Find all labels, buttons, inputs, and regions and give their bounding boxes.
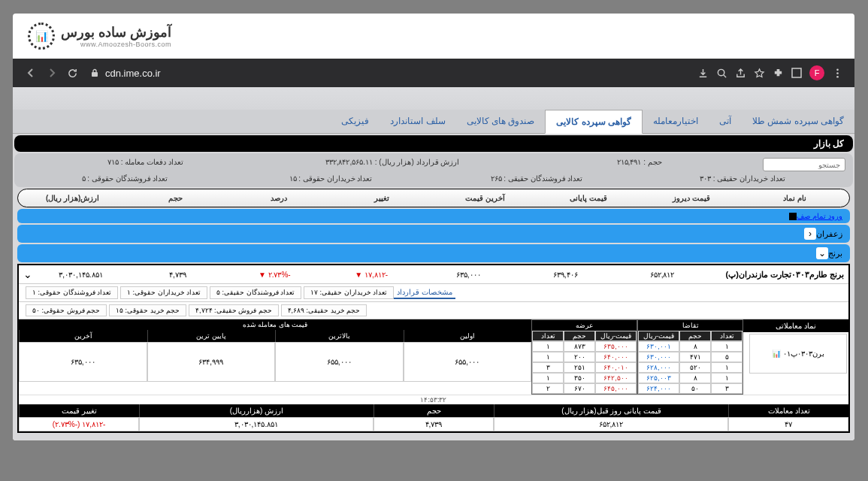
group-strip-rice[interactable]: برنج ⌄ xyxy=(17,244,850,262)
instrument-title: برنج طارم۰۳۰۳تجارت مازندران(پ) xyxy=(726,270,844,280)
stat-real-sellers: تعداد فروشندگان حقیقی : ۲۶۵ xyxy=(434,174,640,183)
prices-header: قیمت های معامله شده xyxy=(19,319,531,330)
stat-legal-sellers: تعداد فروشندگان حقوقی : ۵ xyxy=(22,174,228,183)
spec-link[interactable]: مشخصات قرارداد xyxy=(394,286,455,299)
group-strip-saffron[interactable]: زعفران ‹ xyxy=(17,225,850,243)
order-book: تقاضا تعداد حجم قیمت-ریال ۱۸۶۳۰,۰۰۱۵۴۷۱۶… xyxy=(531,319,743,395)
ask-row: ۶۴۰,۰۱۰۲۵۱۳ xyxy=(532,362,637,373)
menu-icon[interactable] xyxy=(832,68,843,79)
profile-avatar[interactable]: F xyxy=(809,65,824,80)
p-col-first: اولین xyxy=(404,330,532,342)
page-frame: آموزش ساده بورس www.Amoozesh-Boors.com 📊… xyxy=(13,14,854,440)
p-col-low: پایین ترین xyxy=(147,330,276,342)
vol-box: حجم فروش حقوقی: ۵۰ xyxy=(26,304,107,316)
val-vol: ۴,۷۳۹ xyxy=(129,271,226,279)
val-final: ۶۳۹,۴۰۶ xyxy=(517,271,614,279)
chevron-down-icon[interactable]: ⌄ xyxy=(816,247,828,259)
update-time: ۱۴:۵۳:۳۲ xyxy=(19,395,848,404)
vol-box: حجم خرید حقوقی: ۱۵ xyxy=(109,304,186,316)
search-input[interactable] xyxy=(763,158,845,171)
chevron-left-icon[interactable]: ‹ xyxy=(804,228,816,240)
site-logo-area: آموزش ساده بورس www.Amoozesh-Boors.com 📊 xyxy=(13,14,854,59)
back-icon[interactable] xyxy=(25,67,37,79)
col-vol: حجم xyxy=(124,194,227,202)
detail-vols-row: حجم خرید حقیقی: ۴,۶۸۹ حجم فروش حقیقی: ۴,… xyxy=(19,302,848,319)
p-col-last: آخرین xyxy=(19,330,147,342)
address-bar[interactable]: cdn.ime.co.ir xyxy=(90,68,686,79)
tab-futures[interactable]: آتی xyxy=(709,110,742,133)
sum-prev: ۶۵۲,۸۱۲ xyxy=(494,417,728,431)
stat-legal-buyers: تعداد خریداران حقوقی : ۱۵ xyxy=(228,174,434,183)
col-yesterday: قیمت دیروز xyxy=(640,194,743,202)
stat-value: ارزش قرارداد (هزار ریال) : ۳۳۲,۸۴۲,۵۶۵.۱… xyxy=(269,158,516,171)
col-pct: درصد xyxy=(228,194,331,202)
logo-icon: 📊 xyxy=(28,23,55,50)
logo-subtitle: www.Amoozesh-Boors.com xyxy=(61,41,171,48)
p-low: ۶۳۴,۹۹۹ xyxy=(147,342,276,382)
tab-physical[interactable]: فیزیکی xyxy=(331,110,380,133)
p-high: ۶۵۵,۰۰۰ xyxy=(275,342,404,382)
bid-header: تقاضا xyxy=(638,320,742,331)
stat-volume: حجم : ۲۱۵,۴۹۱ xyxy=(516,158,763,171)
tab-salaf[interactable]: سلف استاندارد xyxy=(380,110,455,133)
val-change: -۱۷,۸۱۲ ▼ xyxy=(323,271,420,279)
instrument-detail: برنج طارم۰۳۰۳تجارت مازندران(پ) ۶۵۲,۸۱۲ ۶… xyxy=(17,264,850,433)
tab-funds[interactable]: صندوق های کالایی xyxy=(456,110,546,133)
count-box: تعداد فروشندگان حقوقی: ۱ xyxy=(26,286,118,299)
vol-box: حجم خرید حقیقی: ۴,۶۸۹ xyxy=(281,304,367,316)
column-headers: نام نماد قیمت دیروز قیمت پایانی آخرین قی… xyxy=(17,189,850,207)
svg-point-4 xyxy=(836,72,839,74)
p-last: ۶۳۵,۰۰۰ xyxy=(19,342,147,382)
square-icon xyxy=(789,213,797,220)
forward-icon[interactable] xyxy=(46,67,58,79)
svg-rect-2 xyxy=(792,68,801,77)
bid-row: ۱۸۶۳۰,۰۰۱ xyxy=(638,341,742,352)
all-link[interactable]: ورود تمام صف xyxy=(797,212,842,220)
traded-prices: قیمت های معامله شده اولین بالاترین پایین… xyxy=(19,319,531,382)
main-tabs: گواهی سپرده شمش طلا آتی اختیارمعامله گوا… xyxy=(13,110,854,134)
stat-trades: تعداد دفعات معامله : ۷۱۵ xyxy=(22,158,269,171)
symbol-code[interactable]: برن۰۳۰۳پ۰۱ 📊 xyxy=(749,334,847,374)
download-icon[interactable] xyxy=(697,68,709,79)
star-icon[interactable] xyxy=(754,68,765,79)
vol-box: حجم فروش حقیقی: ۴,۷۲۴ xyxy=(189,304,279,316)
group-strip-all[interactable]: ورود تمام صف xyxy=(17,209,850,223)
sum-val: ۳,۰۳۰,۱۴۵.۸۵۱ xyxy=(139,417,374,431)
val-yesterday: ۶۵۲,۸۱۲ xyxy=(614,271,711,279)
symbol-header: نماد معاملاتی xyxy=(743,319,848,332)
p-first: ۶۵۵,۰۰۰ xyxy=(404,342,532,382)
detail-body: نماد معاملاتی برن۰۳۰۳پ۰۱ 📊 تقاضا تعداد ح… xyxy=(19,319,848,395)
detail-counts-row: مشخصات قرارداد تعداد خریداران حقیقی: ۱۷ … xyxy=(19,284,848,302)
summary-values: ۴۷ ۶۵۲,۸۱۲ ۴,۷۳۹ ۳,۰۳۰,۱۴۵.۸۵۱ -۱۷,۸۱۲ (… xyxy=(19,417,848,431)
window-icon[interactable] xyxy=(791,68,802,78)
reload-icon[interactable] xyxy=(67,68,78,79)
collapse-icon[interactable]: ⌄ xyxy=(23,268,32,280)
logo-title: آموزش ساده بورس xyxy=(61,24,171,41)
market-title-bar: کل بازار xyxy=(14,135,853,152)
val-pct: -۲.۷۳% ▼ xyxy=(226,271,323,279)
lock-icon xyxy=(90,68,99,77)
svg-point-1 xyxy=(718,69,724,75)
sum-chg: -۱۷,۸۱۲ (-۲.۷۳%) xyxy=(19,417,139,431)
svg-point-5 xyxy=(836,75,839,77)
tab-cdr-active[interactable]: گواهی سپرده کالایی xyxy=(545,110,643,134)
bid-row: ۵۴۷۱۶۳۰,۰۰۰ xyxy=(638,352,742,362)
stat-real-buyers: تعداد خریداران حقیقی : ۳۰۳ xyxy=(640,174,845,183)
bid-row: ۳۵۰۶۲۴,۰۰۰ xyxy=(638,383,742,394)
count-box: تعداد خریداران حقیقی: ۱۷ xyxy=(304,286,394,299)
sum-vol: ۴,۷۳۹ xyxy=(374,417,494,431)
tab-gold[interactable]: گواهی سپرده شمش طلا xyxy=(742,110,854,133)
share-icon[interactable] xyxy=(735,68,746,79)
url-text: cdn.ime.co.ir xyxy=(105,68,161,79)
extensions-icon[interactable] xyxy=(773,68,784,79)
tab-options[interactable]: اختیارمعامله xyxy=(643,110,709,133)
val-value: ۳,۰۳۰,۱۴۵.۸۵۱ xyxy=(32,271,129,279)
ask-row: ۶۴۵,۰۰۰۶۷۰۲ xyxy=(532,383,637,394)
browser-toolbar: cdn.ime.co.ir F xyxy=(13,59,854,87)
col-val: ارزش(هزار ریال) xyxy=(21,194,124,202)
zoom-icon[interactable] xyxy=(716,68,727,79)
bid-row: ۱۵۲۰۶۲۸,۰۰۰ xyxy=(638,362,742,373)
app-body: گواهی سپرده شمش طلا آتی اختیارمعامله گوا… xyxy=(13,87,854,440)
count-box: تعداد فروشندگان حقیقی: ۵ xyxy=(210,286,301,299)
col-final: قیمت پایانی xyxy=(537,194,640,202)
